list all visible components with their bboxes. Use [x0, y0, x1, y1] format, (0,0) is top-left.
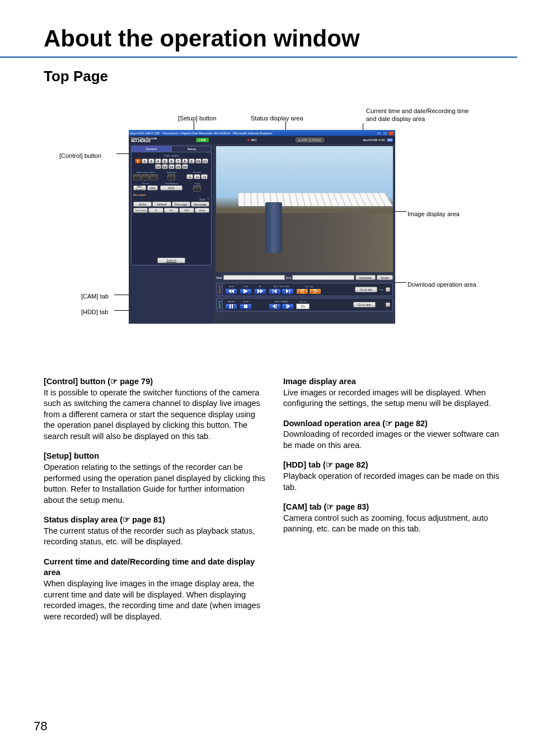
left-column: [Control] button (☞ page 79) It is possi… — [44, 376, 266, 631]
prev-page-button[interactable]: Prev page — [172, 202, 190, 207]
copy-button[interactable] — [193, 185, 201, 192]
prev-record-button[interactable] — [269, 288, 281, 295]
next-image-button[interactable] — [282, 304, 294, 310]
dl-end-input[interactable] — [292, 275, 354, 280]
titlebar: http://192.168.0.250 - Panasonic | Digit… — [129, 130, 395, 136]
restore-button[interactable] — [382, 131, 388, 136]
zoom-x2-button[interactable]: x2 — [194, 174, 200, 179]
viewer-button[interactable]: Viewer — [377, 275, 393, 280]
scroll-down-button[interactable] — [386, 302, 390, 307]
right-p1-body: Live images or recorded images will be d… — [283, 388, 491, 408]
hdd-tab[interactable]: HDD — [216, 298, 223, 311]
cam-8-button[interactable]: 8 — [182, 158, 188, 164]
brand: Digital Disk Recorder WJ-HD616 — [131, 137, 157, 143]
next-page-button[interactable]: Next page — [191, 202, 209, 207]
stop-button[interactable] — [240, 304, 252, 310]
copy-hdr: Copy — [185, 182, 209, 185]
callout-control: [Control] button — [59, 152, 101, 160]
left-p4-head: Current time and date/Recording time and… — [44, 557, 255, 577]
setup-tab[interactable]: Setup — [171, 146, 212, 152]
cam-7-button[interactable]: 7 — [175, 158, 181, 164]
right-p3-body: Playback operation of recorded images ca… — [283, 472, 499, 492]
cam-11-button[interactable]: 11 — [202, 158, 208, 164]
cam-12-button[interactable]: 12 — [155, 164, 161, 169]
all-list-button[interactable]: All list — [133, 202, 152, 207]
col-audio: Audio — [195, 208, 209, 213]
image-display-area — [216, 146, 393, 272]
cam-4-button[interactable]: 4 — [155, 158, 161, 164]
right-p2-head: Download operation area (☞ page 82) — [283, 419, 428, 428]
stop-label: STOP — [243, 300, 249, 303]
pause-label: PAUSE — [228, 300, 235, 303]
leader-line — [395, 211, 406, 212]
nextrec-label: NEXT RECORD — [273, 285, 289, 288]
dl-start-input[interactable] — [223, 275, 285, 280]
go-to-last-button[interactable]: Go to last — [355, 287, 377, 292]
multiscreen-16-icon[interactable] — [150, 174, 158, 180]
timeslip-back-button[interactable] — [296, 288, 308, 295]
callout-status: Status display area — [251, 115, 303, 123]
close-button[interactable] — [388, 131, 394, 136]
main-area: Start End Download Viewer CAM REW PLAY F… — [214, 144, 395, 324]
alarm-suspend-badge[interactable]: ALARM SUSPEND — [296, 138, 324, 142]
left-p1-body: It is possible to operate the switcher f… — [44, 388, 260, 441]
svg-rect-0 — [244, 305, 247, 308]
cam-10-button[interactable]: 10 — [195, 158, 202, 164]
refresh-button[interactable]: Refresh — [152, 202, 171, 207]
hdd-select[interactable]: HDD — [160, 185, 182, 190]
control-panel: Cam. select 1 2 3 4 5 6 7 8 9 10 11 12 — [131, 152, 212, 265]
rec-event-button[interactable]: REC Event — [133, 185, 146, 190]
left-p4-body: When displaying live images in the image… — [44, 579, 260, 621]
cam-15-button[interactable]: 15 — [175, 164, 181, 169]
sequence-button[interactable] — [167, 174, 175, 180]
control-tab[interactable]: Control — [131, 146, 171, 152]
callout-hdd: [HDD] tab — [81, 309, 108, 316]
zoom-x1-button[interactable]: x1 — [186, 174, 193, 179]
cam-13-button[interactable]: 13 — [162, 164, 168, 169]
ff-button[interactable] — [254, 288, 266, 295]
section-title: Top Page — [0, 58, 534, 85]
multiscreen-4-icon[interactable] — [133, 174, 141, 180]
leader-line — [395, 282, 406, 283]
cam-3-button[interactable]: 3 — [148, 158, 154, 164]
play-button[interactable] — [240, 288, 252, 295]
zoom-in-button[interactable]: Zoom in — [157, 258, 185, 263]
interval-label: Interval — [299, 300, 307, 303]
minimize-button[interactable] — [376, 131, 382, 136]
sidebar: Control Setup Cam. select 1 2 3 4 5 6 7 … — [129, 144, 214, 324]
right-p4-body: Camera control such as zooming, focus ad… — [283, 514, 488, 534]
cam-6-button[interactable]: 6 — [168, 158, 175, 164]
download-button[interactable]: Download — [355, 275, 376, 280]
cam-14-button[interactable]: 14 — [168, 164, 175, 169]
cam-2-button[interactable]: 2 — [142, 158, 148, 164]
header-bar: Digital Disk Recorder WJ-HD616 LIVE REC … — [129, 136, 395, 144]
leader-line — [116, 153, 129, 154]
cam-16-button[interactable]: 16 — [182, 164, 188, 169]
right-p4-head: [CAM] tab (☞ page 83) — [283, 502, 369, 511]
download-row: Start End Download Viewer — [216, 274, 393, 281]
ff-label: FF — [259, 285, 262, 288]
next-record-button[interactable] — [282, 288, 294, 295]
scroll-up-button[interactable] — [386, 287, 390, 292]
cam-5-button[interactable]: 5 — [162, 158, 168, 164]
zoom-x4-button[interactable]: x4 — [201, 174, 208, 179]
body-columns: [Control] button (☞ page 79) It is possi… — [44, 376, 506, 631]
pause-button[interactable] — [225, 304, 237, 310]
go-to-date-button[interactable]: Go to date — [353, 302, 376, 307]
vmd-button[interactable]: VMD — [147, 185, 158, 190]
rew-button[interactable] — [225, 288, 237, 295]
prev-image-button[interactable] — [269, 304, 281, 310]
multiscreen-9-icon[interactable] — [142, 174, 149, 180]
cam-9-button[interactable]: 9 — [189, 158, 195, 164]
cam-1-button[interactable]: 1 — [135, 158, 141, 164]
leader-line — [194, 122, 194, 130]
timeslip-fwd-button[interactable] — [309, 288, 321, 295]
cam-strip: CAM REW PLAY FF NEXT RECORD — [216, 283, 393, 296]
scene-train — [265, 202, 282, 253]
left-p2-head: [Setup] button — [44, 451, 99, 460]
cam-tab[interactable]: CAM — [216, 283, 223, 296]
right-column: Image display area Live images or record… — [283, 376, 506, 631]
dl-end-label: End — [286, 276, 291, 279]
interval-select[interactable]: 30s — [296, 304, 310, 309]
multiscreen-hdr: Multiscreen select — [133, 171, 158, 174]
